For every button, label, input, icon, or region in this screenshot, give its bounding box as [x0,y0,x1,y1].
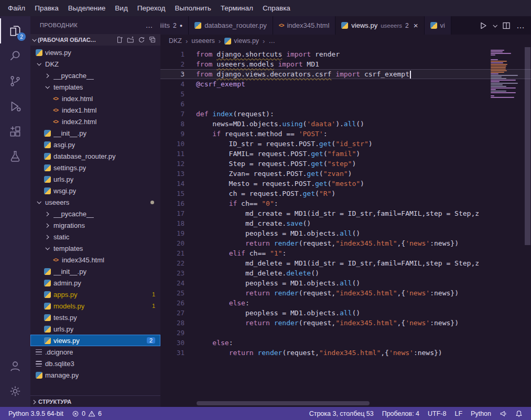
tree-item-settings-py[interactable]: settings.py [30,162,160,173]
tree-item-database-roouter-py[interactable]: database_roouter.py [30,150,160,162]
horizontal-scrollbar[interactable] [197,401,370,405]
tree-item-useeers[interactable]: useeers [30,196,160,208]
notifications-button[interactable] [511,407,527,420]
code-line[interactable]: 12 Step = request.POST.get("step") [160,159,531,169]
tree-item-static[interactable]: static [30,231,160,242]
tree-item-index1-html[interactable]: <>index1.html [30,104,160,116]
tree-item-admin-py[interactable]: admin.py [30,277,160,289]
account-button[interactable] [0,353,30,379]
outline-section-header[interactable]: СТРУКТУРА [30,395,160,407]
indentation[interactable]: Пробелов: 4 [378,407,424,420]
menu-item-[interactable]: Выделение [63,0,111,16]
code-line[interactable]: 4@csrf_exempt [160,79,531,89]
tab-index345-html[interactable]: <>index345.html [273,16,336,35]
tree-item-urls-py[interactable]: urls.py [30,323,160,335]
tree-item-views-py[interactable]: views.py [30,47,160,58]
tree-item-init-py[interactable]: __init__.py [30,266,160,277]
code-line[interactable]: 26 else: [160,298,531,308]
code-line[interactable]: 7def index(request): [160,109,531,119]
code-line[interactable]: 2from useeers.models import MD1 [160,59,531,69]
breadcrumb-item-dkz[interactable]: DKZ [169,37,182,45]
tree-item-index-html[interactable]: <>index.html [30,93,160,104]
run-debug-button[interactable] [0,94,30,119]
cursor-position[interactable]: Строка 3, столбец 53 [305,407,378,420]
code-line[interactable]: 1from django.shortcuts import render [160,49,531,59]
code-line[interactable]: 27 peopless = MD1.objects.all() [160,308,531,318]
code-line[interactable]: 9 if request.method == 'POST': [160,129,531,139]
extensions-button[interactable] [0,119,30,144]
code-line[interactable]: 23 md_delete.delete() [160,268,531,278]
sidebar-more-actions-icon[interactable]: … [146,21,153,29]
code-line[interactable]: 10 ID_str = request.POST.get("id_str") [160,139,531,149]
tree-item-index2-html[interactable]: <>index2.html [30,116,160,127]
more-actions-icon[interactable]: … [516,21,525,30]
tab-database-roouter-py[interactable]: database_roouter.py [189,16,273,35]
code-line[interactable]: 3from django.views.decorators.csrf impor… [160,69,531,79]
tree-item-templates[interactable]: templates [30,81,160,93]
vertical-scrollbar[interactable] [524,47,531,407]
code-line[interactable]: 31 return render(request,"index345.html"… [160,348,531,358]
refresh-icon[interactable] [138,36,145,43]
code-line[interactable]: 21 elif ch== "1": [160,248,531,258]
language-mode[interactable]: Python [467,407,495,420]
menu-item-[interactable]: Выполнить [170,0,215,16]
new-folder-icon[interactable] [127,36,134,43]
code-line[interactable]: 28 return render(request,"index345.html"… [160,318,531,328]
tree-item-index345-html[interactable]: <>index345.html [30,254,160,266]
collapse-all-icon[interactable] [149,36,156,43]
code-line[interactable]: 18 md_create.save() [160,218,531,228]
split-editor-icon[interactable] [502,21,511,30]
python-version-selector[interactable]: Python 3.9.5 64-bit [4,407,68,420]
tab-diiits[interactable]: diiits2● [160,16,189,35]
tree-item-templates[interactable]: templates [30,242,160,254]
tree-item-asgi-py[interactable]: asgi.py [30,139,160,150]
code-line[interactable]: 22 md_delete = MD1(id_str = ID_str,famil… [160,258,531,268]
menu-item-[interactable]: Переход [133,0,170,16]
code-line[interactable]: 16 if ch== "0": [160,198,531,208]
code-line[interactable]: 29 [160,328,531,338]
tree-item-manage-py[interactable]: manage.py [30,369,160,381]
tree-item-apps-py[interactable]: apps.py1 [30,289,160,300]
settings-button[interactable] [0,379,30,404]
menu-item-[interactable]: Вид [110,0,132,16]
code-line[interactable]: 6 [160,99,531,109]
vertical-scrollbar-thumb[interactable] [525,47,530,245]
breadcrumb-item-useeers[interactable]: useeers [191,37,214,45]
tree-item-db-sqlite3[interactable]: db.sqlite3 [30,358,160,369]
menu-item-[interactable]: Правка [30,0,63,16]
eol-selector[interactable]: LF [450,407,467,420]
code-line[interactable]: 17 md_create = MD1(id_str = ID_str,famil… [160,208,531,218]
tree-item-models-py[interactable]: models.py1 [30,300,160,312]
tree-item-wsgi-py[interactable]: wsgi.py [30,185,160,196]
tree-item-migrations[interactable]: migrations [30,219,160,231]
code-line[interactable]: 5 [160,89,531,99]
code-line[interactable]: 24 peopless = MD1.objects.all() [160,278,531,288]
code-line[interactable]: 30 else: [160,338,531,348]
testing-button[interactable] [0,144,30,169]
menu-item-[interactable]: Терминал [216,0,258,16]
tree-item-tests-py[interactable]: tests.py [30,312,160,323]
tree-item-dkz[interactable]: DKZ [30,58,160,70]
close-tab-icon[interactable]: × [414,21,418,29]
code-line[interactable]: 14 Mesto = request.POST.get("mesto") [160,179,531,189]
problems-indicator[interactable]: 0 6 [68,407,106,420]
code-line[interactable]: 15 ch = request.POST.get("R") [160,189,531,198]
code-line[interactable]: 20 return render(request,"index345.html"… [160,238,531,248]
run-dropdown-chevron-icon[interactable] [493,23,497,27]
tree-item-views-py[interactable]: views.py2 [30,335,160,346]
explorer-button[interactable]: 2 [0,18,30,43]
minimap[interactable] [489,49,524,100]
tab-views-py[interactable]: views.pyuseeers2× [335,16,424,35]
code-line[interactable]: 11 FAMIL= request.POST.get("famil") [160,149,531,159]
menu-item-[interactable]: Файл [3,0,30,16]
horizontal-scrollbar-thumb[interactable] [197,401,370,405]
code-line[interactable]: 13 Zvan= request.POST.get("zvan") [160,169,531,179]
tree-item-pycache[interactable]: __pycache__ [30,208,160,219]
tree-item-dcignore[interactable]: .dcignore [30,346,160,358]
code-line[interactable]: 8 news=MD1.objects.using('daata').all() [160,119,531,129]
code-editor[interactable]: 1from django.shortcuts import render2fro… [160,47,531,407]
feedback-button[interactable] [495,407,511,420]
code-line[interactable]: 19 peopless = MD1.objects.all() [160,228,531,238]
breadcrumb-item-views-py[interactable]: views.py [234,37,259,45]
workspace-section-header[interactable]: (РАБОЧАЯ ОБЛАСТЬ) ... [30,34,160,46]
